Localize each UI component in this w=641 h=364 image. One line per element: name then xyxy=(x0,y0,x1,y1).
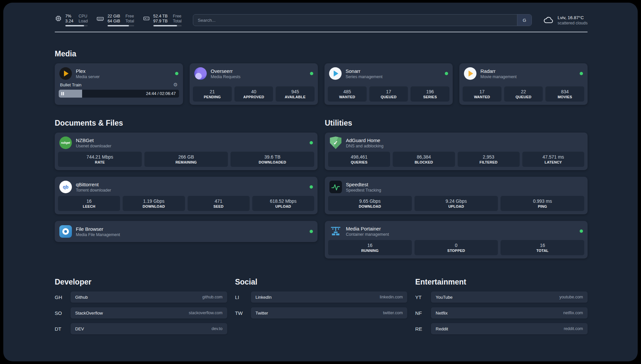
stat-value: 47.571 ms xyxy=(542,154,564,160)
bookmark-url: reddit.com xyxy=(564,326,583,331)
stat-box: 485 WANTED xyxy=(328,86,367,102)
bookmark-row: DT DEV dev.to xyxy=(55,323,227,334)
stat-box: 498,461 QUERIES xyxy=(328,152,390,167)
section-media: Media Plex Media server Bullet Train ⚙ xyxy=(55,49,588,105)
service-card-speedtest[interactable]: Speedtest Speedtest Tracking 9.65 Gbps D… xyxy=(325,177,588,214)
settings-gear-icon[interactable]: ⚙ xyxy=(173,82,178,88)
stat-value: 485 xyxy=(343,89,351,94)
stat-box: 47.571 ms LATENCY xyxy=(522,152,584,167)
bookmark-name: Reddit xyxy=(436,326,448,331)
service-card-adguard[interactable]: ✓ AdGuard Home DNS and adblocking 498,46… xyxy=(325,133,588,170)
disk-usage-fill xyxy=(153,25,177,26)
service-card-plex[interactable]: Plex Media server Bullet Train ⚙ 24:44 xyxy=(55,63,183,105)
bookmark-link-reddit[interactable]: Reddit reddit.com xyxy=(431,323,588,334)
service-card-sonarr[interactable]: Sonarr Series management 485 WANTED 17 Q… xyxy=(324,63,453,105)
stat-box: 16 RUNNING xyxy=(328,240,412,255)
playback-progress-bar[interactable]: 24:44 / 02:06:47 xyxy=(59,90,179,98)
bookmark-url: twitter.com xyxy=(383,311,403,315)
playback-progress-fill xyxy=(59,90,82,98)
stat-value: 21 xyxy=(210,89,215,94)
status-dot xyxy=(310,230,313,233)
weather-widget: Lviv, 16.87°C scattered clouds xyxy=(543,15,588,25)
speedtest-icon xyxy=(329,181,342,193)
service-subtitle: Media server xyxy=(76,75,100,79)
service-card-filebrowser[interactable]: File Browser Media File Management xyxy=(55,221,318,242)
pause-icon[interactable] xyxy=(61,92,64,95)
service-name: File Browser xyxy=(76,226,120,232)
stat-label: DOWNLOAD xyxy=(143,204,165,208)
stat-value: 1.19 Gbps xyxy=(143,198,165,204)
stat-box: 2,953 FILTERED xyxy=(458,152,520,167)
section-title-documents: Documents & Files xyxy=(55,119,318,128)
bookmark-row: NF Netflix netflix.com xyxy=(415,307,588,318)
bookmark-link-linkedin[interactable]: LinkedIn linkedin.com xyxy=(251,291,408,303)
stat-label: AVAILABLE xyxy=(285,95,306,99)
stat-label: DOWNLOAD xyxy=(359,204,381,208)
stat-box: 196 SERIES xyxy=(411,86,449,102)
memory-free-value: 22 GiB xyxy=(107,14,120,18)
bookmark-link-youtube[interactable]: YouTube youtube.com xyxy=(431,291,588,303)
stat-box: 266 GB REMAINING xyxy=(144,152,228,167)
bookmark-link-dev[interactable]: DEV dev.to xyxy=(71,323,227,334)
bookmark-row: YT YouTube youtube.com xyxy=(415,291,588,303)
section-developer: Developer GH Github github.com SO StackO… xyxy=(55,278,227,339)
stat-box: 744.21 Mbps RATE xyxy=(58,152,142,167)
stat-value: 40 xyxy=(251,89,257,94)
bookmark-link-netflix[interactable]: Netflix netflix.com xyxy=(431,307,588,318)
stat-label: SERIES xyxy=(423,95,437,99)
weather-condition: scattered clouds xyxy=(558,21,588,25)
bookmark-name: LinkedIn xyxy=(256,295,272,300)
stat-label: APPROVED xyxy=(243,95,264,99)
service-card-nzbget[interactable]: nzbget NZBGet Usenet downloader 744.21 M… xyxy=(55,133,318,170)
stat-value: 16 xyxy=(86,198,92,204)
search-input[interactable] xyxy=(193,18,517,23)
cpu-label: CPU xyxy=(78,14,88,18)
stat-value: 498,461 xyxy=(351,154,368,160)
stat-box: 17 WANTED xyxy=(463,86,502,102)
stat-box: 945 AVAILABLE xyxy=(276,86,315,102)
memory-usage-bar xyxy=(107,25,134,26)
bookmark-row: RE Reddit reddit.com xyxy=(415,323,588,334)
stat-label: UPLOAD xyxy=(275,204,291,208)
search-engine-button[interactable]: G xyxy=(517,15,532,26)
top-bar: 7% CPU 3.24 Load xyxy=(55,14,588,26)
memory-total-label: Total xyxy=(125,19,134,23)
service-card-overseerr[interactable]: Overseerr Media Requests 21 PENDING 40 A… xyxy=(190,63,318,105)
stat-value: 0 xyxy=(455,243,458,248)
stat-label: MOVIES xyxy=(558,95,572,99)
stat-value: 744.21 Mbps xyxy=(86,154,113,160)
service-card-qbittorrent[interactable]: qb qBittorrent Torrent downloader 16 LEE… xyxy=(55,177,318,214)
stat-value: 0.993 ms xyxy=(533,198,552,204)
bookmark-name: StackOverflow xyxy=(75,311,103,316)
stat-label: QUERIES xyxy=(351,160,368,164)
service-card-radarr[interactable]: Radarr Movie management 17 WANTED 22 QUE… xyxy=(459,63,588,105)
stat-box: 0 STOPPED xyxy=(414,240,498,255)
cpu-percent: 7% xyxy=(65,14,73,18)
bookmark-url: dev.to xyxy=(212,326,223,331)
service-name: Sonarr xyxy=(346,68,382,74)
memory-total-value: 64 GiB xyxy=(107,19,120,23)
bookmark-name: YouTube xyxy=(436,295,452,300)
stat-label: PENDING xyxy=(204,95,221,99)
sonarr-icon xyxy=(329,67,342,80)
memory-usage-fill xyxy=(107,25,129,26)
bookmark-row: LI LinkedIn linkedin.com xyxy=(235,291,408,303)
section-title-media: Media xyxy=(55,49,588,58)
service-subtitle: Container management xyxy=(346,232,389,237)
cpu-widget: 7% CPU 3.24 Load xyxy=(55,14,88,26)
stat-label: SEED xyxy=(213,204,224,208)
service-subtitle: Media File Management xyxy=(76,232,120,237)
service-name: NZBGet xyxy=(76,137,111,143)
qbittorrent-icon: qb xyxy=(59,181,72,193)
service-card-portainer[interactable]: Media Portainer Container management 16 … xyxy=(325,221,588,258)
stat-label: QUEUED xyxy=(515,95,531,99)
stat-value: 196 xyxy=(426,89,434,94)
bookmark-link-stackoverflow[interactable]: StackOverflow stackoverflow.com xyxy=(71,307,227,318)
bookmark-abbr: YT xyxy=(415,294,431,300)
bookmark-link-github[interactable]: Github github.com xyxy=(71,291,227,303)
bookmark-name: Github xyxy=(75,295,88,300)
bookmark-url: youtube.com xyxy=(559,295,583,299)
stat-value: 17 xyxy=(386,89,391,94)
section-social: Social LI LinkedIn linkedin.com TW Twitt… xyxy=(235,278,408,339)
bookmark-link-twitter[interactable]: Twitter twitter.com xyxy=(251,307,408,318)
